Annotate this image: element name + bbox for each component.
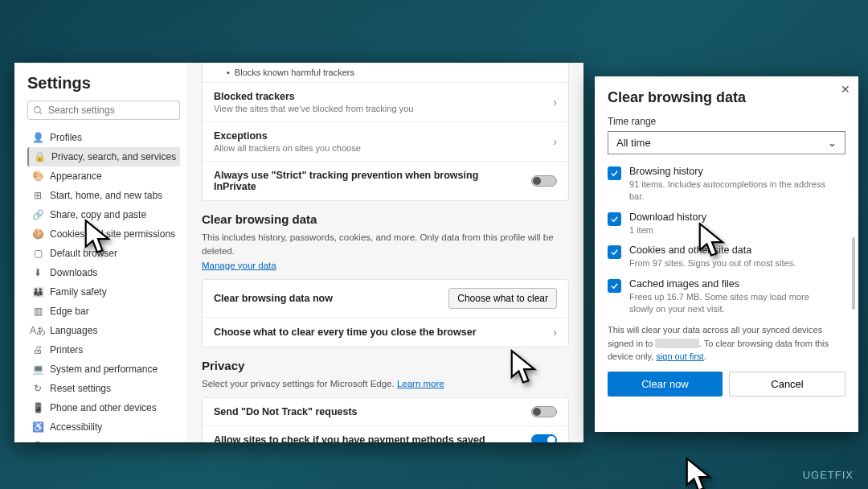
privacy-card: Send "Do Not Track" requests Allow sites… — [202, 397, 569, 442]
sidebar-item-edgebar[interactable]: ▥Edge bar — [27, 302, 180, 321]
do-not-track-toggle[interactable] — [531, 406, 557, 417]
sidebar-item-share[interactable]: 🔗Share, copy and paste — [27, 205, 180, 224]
time-range-value: All time — [616, 137, 651, 149]
check-title: Browsing history — [629, 166, 833, 177]
sidebar-item-label: Accessibility — [50, 421, 102, 433]
settings-sidebar: Settings 👤Profiles 🔒Privacy, search, and… — [14, 63, 187, 442]
settings-title: Settings — [27, 74, 180, 92]
check-title: Download history — [629, 212, 706, 223]
checkbox-icon[interactable] — [608, 212, 621, 226]
printer-icon: 🖨 — [32, 344, 43, 355]
chevron-right-icon: › — [553, 96, 557, 109]
sidebar-item-label: Cookies and site permissions — [50, 228, 175, 240]
sidebar-item-start-home[interactable]: ⊞Start, home, and new tabs — [27, 186, 180, 205]
check-subtitle: 91 items. Includes autocompletions in th… — [629, 179, 833, 203]
sidebar-item-label: System and performance — [50, 364, 158, 375]
family-icon: 👪 — [32, 286, 43, 298]
sidebar-item-cookies[interactable]: 🍪Cookies and site permissions — [27, 224, 180, 244]
checkbox-icon[interactable] — [608, 245, 621, 259]
check-subtitle: Frees up 16.7 MB. Some sites may load mo… — [629, 291, 833, 316]
privacy-desc: Select your privacy settings for Microso… — [202, 377, 569, 391]
check-item-cookies[interactable]: Cookies and other site dataFrom 97 sites… — [608, 244, 845, 269]
desc-text: This includes history, passwords, cookie… — [202, 232, 554, 256]
sidebar-item-profiles[interactable]: 👤Profiles — [27, 128, 180, 147]
row-title: Always use "Strict" tracking prevention … — [214, 170, 523, 192]
sidebar-nav: 👤Profiles 🔒Privacy, search, and services… — [27, 128, 180, 442]
time-range-label: Time range — [608, 116, 845, 127]
blocked-trackers-row[interactable]: Blocked trackers View the sites that we'… — [203, 83, 568, 122]
clear-on-close-row[interactable]: Choose what to clear every time you clos… — [203, 318, 568, 347]
payment-check-toggle[interactable] — [531, 434, 557, 442]
clear-data-heading: Clear browsing data — [202, 212, 569, 226]
about-icon: ⓘ — [32, 441, 43, 442]
phone-icon: 📱 — [32, 402, 43, 413]
check-title: Cached images and files — [629, 278, 833, 290]
accessibility-icon: ♿ — [32, 421, 43, 433]
home-tab-icon: ⊞ — [32, 190, 43, 201]
row-title: Allow sites to check if you have payment… — [214, 434, 523, 442]
row-subtitle: View the sites that we've blocked from t… — [214, 104, 545, 113]
chevron-right-icon: › — [553, 326, 557, 339]
desc-text: Select your privacy settings for Microso… — [202, 379, 395, 388]
check-item-download-history[interactable]: Download history1 item — [608, 212, 845, 236]
manage-data-link[interactable]: Manage your data — [202, 261, 276, 270]
search-icon — [33, 105, 43, 116]
checkbox-icon[interactable] — [608, 279, 621, 293]
sidebar-item-label: Phone and other devices — [50, 402, 157, 413]
svg-line-1 — [39, 112, 42, 114]
system-icon: 💻 — [32, 364, 43, 375]
row-title: Clear browsing data now — [214, 293, 440, 304]
choose-what-to-clear-button[interactable]: Choose what to clear — [448, 288, 557, 309]
sign-out-first-link[interactable]: sign out first — [656, 351, 703, 361]
sidebar-item-system[interactable]: 💻System and performance — [27, 360, 180, 379]
clear-data-card: Clear browsing data now Choose what to c… — [202, 279, 569, 347]
learn-more-link[interactable]: Learn more — [397, 379, 444, 388]
check-subtitle: 1 item — [629, 224, 706, 236]
watermark: UGETFIX — [803, 469, 854, 481]
sidebar-item-label: Edge bar — [50, 306, 89, 317]
sidebar-item-printers[interactable]: 🖨Printers — [27, 340, 180, 360]
sidebar-item-accessibility[interactable]: ♿Accessibility — [27, 417, 180, 437]
checkbox-icon[interactable] — [608, 166, 621, 180]
settings-content: Blocks known harmful trackers Blocked tr… — [187, 63, 583, 442]
sidebar-item-label: Start, home, and new tabs — [50, 190, 162, 201]
sidebar-item-phone[interactable]: 📱Phone and other devices — [27, 398, 180, 417]
row-subtitle: Allow all trackers on sites you choose — [214, 143, 545, 153]
exceptions-row[interactable]: Exceptions Allow all trackers on sites y… — [203, 122, 568, 162]
strict-inprivate-row: Always use "Strict" tracking prevention … — [203, 162, 568, 200]
sidebar-item-downloads[interactable]: ⬇Downloads — [27, 263, 180, 282]
sync-note: This will clear your data across all you… — [608, 323, 845, 364]
sidebar-item-reset[interactable]: ↻Reset settings — [27, 379, 180, 398]
strict-inprivate-toggle[interactable] — [531, 175, 557, 187]
sidebar-item-appearance[interactable]: 🎨Appearance — [27, 166, 180, 186]
sidebar-item-default-browser[interactable]: ▢Default browser — [27, 244, 180, 263]
close-button[interactable]: ✕ — [841, 83, 850, 96]
privacy-heading: Privacy — [202, 359, 569, 372]
sidebar-item-label: Share, copy and paste — [50, 209, 146, 220]
sidebar-item-about[interactable]: ⓘAbout Microsoft Edge — [27, 437, 180, 442]
sidebar-item-languages[interactable]: AあLanguages — [27, 321, 180, 340]
clear-now-button[interactable]: Clear now — [608, 372, 723, 397]
sidebar-item-label: Privacy, search, and services — [51, 151, 176, 162]
search-settings-field[interactable] — [27, 101, 180, 120]
browser-icon: ▢ — [32, 248, 43, 259]
redacted-account: xxxxxxx — [655, 339, 699, 348]
edgebar-icon: ▥ — [32, 306, 43, 317]
dialog-title: Clear browsing data — [608, 89, 845, 106]
check-item-browsing-history[interactable]: Browsing history91 items. Includes autoc… — [608, 166, 845, 203]
do-not-track-row: Send "Do Not Track" requests — [203, 398, 568, 426]
check-subtitle: From 97 sites. Signs you out of most sit… — [629, 257, 796, 269]
profile-icon: 👤 — [32, 132, 43, 143]
check-item-cached[interactable]: Cached images and filesFrees up 16.7 MB.… — [608, 278, 845, 316]
tracking-prevention-card: Blocks known harmful trackers Blocked tr… — [202, 63, 569, 201]
sidebar-item-label: Printers — [50, 344, 83, 355]
cancel-button[interactable]: Cancel — [729, 372, 845, 397]
search-input[interactable] — [48, 105, 174, 116]
download-icon: ⬇ — [32, 267, 43, 278]
row-title: Blocked trackers — [214, 91, 545, 102]
sidebar-item-family[interactable]: 👪Family safety — [27, 282, 180, 302]
scrollbar[interactable] — [852, 237, 855, 310]
dialog-actions: Clear now Cancel — [608, 372, 845, 397]
sidebar-item-privacy[interactable]: 🔒Privacy, search, and services — [27, 147, 180, 166]
time-range-select[interactable]: All time ⌄ — [608, 131, 845, 154]
